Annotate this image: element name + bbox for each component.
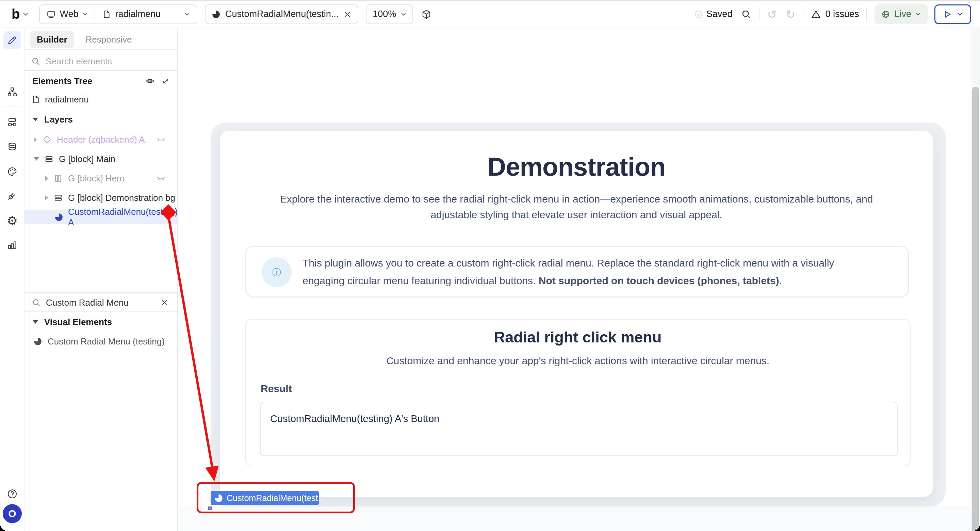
page-icon	[31, 95, 40, 104]
scrollbar-track[interactable]	[971, 28, 980, 531]
layer-label: G [block] Main	[59, 154, 115, 164]
tab-responsive[interactable]: Responsive	[79, 31, 139, 48]
layer-label: G [block] Demonstration bg	[68, 193, 175, 203]
page-selector[interactable]: radialmenu	[95, 5, 197, 24]
sidebar-item-settings[interactable]: ⚙	[3, 212, 21, 230]
info-icon: ⓘ	[272, 266, 281, 278]
element-result-item[interactable]: Custom Radial Menu (testing)	[24, 334, 177, 349]
account-avatar[interactable]: O	[3, 504, 22, 523]
avatar-letter: O	[8, 508, 16, 520]
tree-page-item[interactable]: radialmenu	[24, 92, 177, 107]
visual-elements-label: Visual Elements	[44, 317, 112, 327]
monitor-icon	[47, 10, 56, 19]
layer-row-hero[interactable]: G [block] Hero	[24, 171, 177, 186]
sidebar-item-styles[interactable]	[3, 163, 21, 180]
collapse-triangle-icon	[34, 157, 39, 161]
tree-page-label: radialmenu	[45, 94, 89, 105]
pencil-icon	[7, 35, 18, 45]
bubble-logo-menu[interactable]: b	[9, 6, 31, 22]
sidebar-item-workflow[interactable]	[3, 83, 21, 101]
result-box[interactable]: CustomRadialMenu(testing) A's Button	[260, 402, 898, 456]
preview-button[interactable]	[934, 5, 971, 24]
result-label: Result	[261, 383, 292, 394]
plug-icon	[7, 191, 18, 201]
divider	[4, 107, 21, 107]
divider	[803, 7, 803, 21]
bubble-logo: b	[11, 6, 19, 22]
sidebar-item-components[interactable]	[3, 113, 21, 131]
live-version-button[interactable]: Live	[875, 5, 928, 24]
toolbar: b Web radialmenu CustomRadialMenu(t	[0, 1, 980, 28]
expand-triangle-icon	[45, 195, 48, 201]
eye-icon[interactable]	[145, 76, 155, 86]
plugin-info-box: ⓘ This plugin allows you to create a cus…	[245, 246, 909, 298]
block-rows-icon	[45, 155, 53, 163]
search-icon[interactable]	[741, 9, 751, 19]
demonstration-title: Demonstration	[220, 152, 933, 182]
database-icon	[7, 142, 18, 152]
scrollbar-thumb[interactable]	[972, 87, 979, 531]
page-icon	[102, 10, 111, 19]
component-blocks-icon	[7, 117, 18, 127]
sidebar-item-data[interactable]	[3, 138, 21, 156]
element-tab[interactable]: CustomRadialMenu(testin...	[205, 5, 358, 24]
bubble-editor-window: b Web radialmenu CustomRadialMenu(t	[0, 0, 980, 531]
elements-tree-title: Elements Tree	[32, 76, 92, 86]
expand-icon[interactable]	[161, 76, 170, 86]
platform-label: Web	[60, 9, 78, 19]
layer-label: G [block] Hero	[68, 173, 124, 184]
redo-icon[interactable]: ↻	[786, 8, 795, 20]
layers-label: Layers	[44, 114, 73, 125]
warning-triangle-icon	[811, 9, 821, 19]
undo-icon[interactable]: ↺	[767, 8, 777, 20]
layer-label: Header (zqbackend) A	[57, 134, 145, 145]
demonstration-subtitle: Explore the interactive demo to see the …	[220, 191, 933, 223]
issues-indicator[interactable]: 0 issues	[811, 9, 859, 19]
search-elements-input[interactable]	[46, 56, 148, 67]
sidebar-item-design[interactable]	[3, 31, 21, 49]
component-cube-icon[interactable]	[421, 9, 431, 19]
sitemap-icon	[7, 87, 18, 97]
palette-icon	[7, 166, 18, 177]
block-columns-icon	[54, 174, 63, 183]
sidebar-item-logs[interactable]	[3, 236, 21, 254]
play-icon	[943, 10, 952, 19]
element-tab-label: CustomRadialMenu(testin...	[225, 9, 339, 19]
demo-panel-subtitle: Customize and enhance your app's right-c…	[246, 355, 910, 367]
zoom-selector[interactable]: 100%	[366, 5, 413, 24]
chevron-down-icon	[915, 11, 921, 17]
radial-menu-demo-panel: Radial right click menu Customize and en…	[245, 319, 911, 466]
chevron-down-icon	[401, 11, 406, 17]
layer-row-demonstration-bg[interactable]: G [block] Demonstration bg	[24, 190, 177, 205]
gear-icon: ⚙	[7, 215, 18, 227]
clear-search-icon[interactable]	[160, 298, 169, 307]
visual-elements-section[interactable]: Visual Elements	[24, 314, 177, 330]
sidebar-item-plugins[interactable]	[3, 187, 21, 204]
layers-header[interactable]: Layers	[24, 112, 177, 127]
eye-closed-icon	[156, 135, 166, 144]
bar-chart-icon	[7, 240, 18, 250]
info-icon-circle: ⓘ	[262, 257, 292, 287]
platform-page-selector: Web radialmenu	[39, 5, 197, 24]
radial-menu-pie-icon	[33, 337, 42, 346]
layer-label: CustomRadialMenu(testing) A	[68, 207, 178, 228]
layer-row-main[interactable]: G [block] Main	[24, 151, 177, 166]
help-button[interactable]	[3, 485, 21, 503]
expand-triangle-icon	[34, 137, 37, 142]
issues-count: 0 issues	[825, 9, 859, 19]
tab-builder[interactable]: Builder	[30, 31, 74, 48]
annotation-highlight-rect	[197, 482, 355, 513]
layer-row-custom-radial-menu[interactable]: CustomRadialMenu(testing) A	[24, 210, 177, 224]
globe-icon	[881, 10, 890, 19]
close-icon[interactable]	[343, 10, 352, 18]
zoom-level: 100%	[372, 9, 396, 19]
layer-row-header[interactable]: Header (zqbackend) A	[24, 132, 177, 147]
radial-menu-pie-icon	[212, 10, 221, 19]
divider	[866, 7, 867, 21]
collapse-triangle-icon	[33, 320, 38, 324]
expand-triangle-icon	[45, 175, 48, 181]
element-search-input[interactable]	[46, 298, 155, 308]
platform-selector[interactable]: Web	[40, 5, 95, 24]
demonstration-card[interactable]: Demonstration Explore the interactive de…	[220, 131, 933, 497]
page-label: radialmenu	[115, 9, 161, 19]
